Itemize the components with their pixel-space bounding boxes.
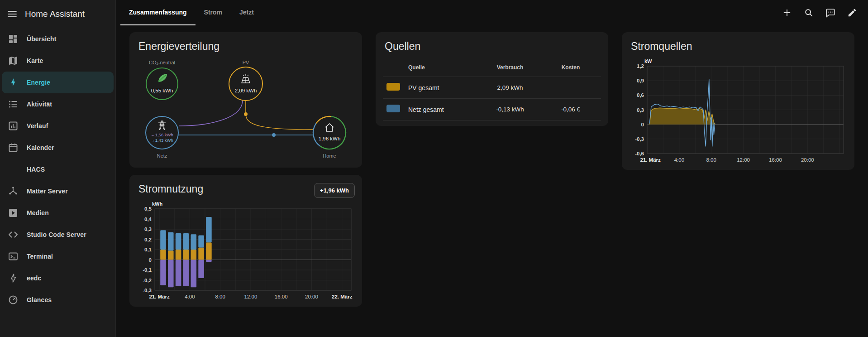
total-usage-badge[interactable]: +1,96 kWh: [314, 183, 355, 198]
column-1: Energieverteilung CO₂-neutral: [129, 32, 362, 307]
edit-dashboard-button[interactable]: [843, 3, 862, 22]
sidebar-item-kalender[interactable]: Kalender: [2, 137, 114, 159]
svg-text:16:00: 16:00: [275, 294, 288, 299]
sidebar-item-medien[interactable]: Medien: [2, 202, 114, 224]
search-button[interactable]: [799, 3, 818, 22]
svg-text:0,3: 0,3: [637, 107, 644, 113]
card-sources: Quellen Quelle Verbrauch Kosten PV gesam…: [376, 32, 608, 126]
svg-text:20:00: 20:00: [305, 294, 318, 299]
no-icon: [8, 164, 19, 175]
sidebar-item-glances[interactable]: Glances: [2, 289, 114, 311]
sidebar-item-label: eedc: [27, 274, 41, 282]
svg-text:0,4: 0,4: [144, 217, 152, 222]
svg-text:8:00: 8:00: [215, 294, 225, 299]
svg-text:0,2: 0,2: [144, 237, 152, 242]
tab-bar: ZusammenfassungStromJetzt: [120, 0, 262, 25]
tab-jetzt[interactable]: Jetzt: [231, 0, 262, 25]
svg-text:4:00: 4:00: [674, 157, 684, 163]
flash-icon: [8, 273, 19, 284]
add-button[interactable]: [777, 3, 796, 22]
header-verbrauch: Verbrauch: [476, 64, 544, 71]
sidebar-item-verlauf[interactable]: Verlauf: [2, 115, 114, 137]
chat-icon: [825, 8, 835, 18]
stromnutzung-header: Stromnutzung +1,96 kWh: [137, 183, 355, 201]
sidebar-item-label: Glances: [27, 296, 52, 303]
grid-export-value: ←1,56 kWh: [151, 132, 173, 137]
dashboard-content: Energieverteilung CO₂-neutral: [116, 25, 868, 307]
svg-text:0,9: 0,9: [637, 78, 644, 83]
sidebar-item-eedc[interactable]: eedc: [2, 267, 114, 289]
sidebar-item-label: Energie: [27, 79, 50, 86]
source-row[interactable]: PV gesamt2,09 kWh: [383, 77, 601, 99]
svg-text:0,3: 0,3: [144, 226, 152, 232]
source-color-swatch: [386, 105, 400, 112]
tab-strom[interactable]: Strom: [196, 0, 231, 25]
source-name: Netz gesamt: [408, 106, 476, 113]
co2-circle[interactable]: [146, 68, 178, 100]
card-stromnutzung: Stromnutzung +1,96 kWh 0,50,40,30,20,10-…: [129, 175, 362, 307]
svg-text:0,5: 0,5: [144, 206, 152, 212]
sidebar-item-aktivität[interactable]: Aktivität: [2, 93, 114, 115]
svg-text:-0,1: -0,1: [143, 267, 152, 273]
svg-text:0: 0: [149, 257, 152, 263]
svg-text:-0,6: -0,6: [635, 151, 644, 156]
activity-icon: [8, 99, 19, 110]
source-consumption: -0,13 kWh: [476, 106, 544, 113]
stromquellen-chart: 1,20,90,60,30-0,3-0,6kW21. März4:008:001…: [629, 58, 847, 164]
sidebar-item-label: Medien: [27, 209, 49, 217]
column-2: Quellen Quelle Verbrauch Kosten PV gesam…: [376, 32, 608, 126]
menu-icon[interactable]: [7, 9, 18, 19]
svg-text:0,6: 0,6: [637, 92, 644, 98]
app-root: Home Assistant ÜbersichtKarteEnergieAkti…: [0, 0, 868, 337]
tab-zusammenfassung[interactable]: Zusammenfassung: [120, 0, 196, 25]
sidebar-item-hacs[interactable]: HACS: [2, 159, 114, 180]
card-stromquellen: Stromquellen 1,20,90,60,30-0,3-0,6kW21. …: [622, 32, 854, 170]
co2-value: 0,55 kWh: [151, 88, 173, 93]
header-quelle: Quelle: [408, 64, 476, 71]
sidebar-item-terminal[interactable]: Terminal: [2, 246, 114, 267]
svg-text:12:00: 12:00: [737, 157, 750, 163]
sidebar-item-label: Kalender: [27, 144, 54, 151]
terminal-icon: [8, 251, 19, 262]
svg-text:16:00: 16:00: [769, 157, 782, 163]
flow-dot-grid: [272, 133, 276, 137]
card-title-energy: Energieverteilung: [137, 40, 355, 58]
sidebar: Home Assistant ÜbersichtKarteEnergieAkti…: [0, 0, 116, 337]
history-chart-icon: [8, 120, 19, 131]
svg-text:21. März: 21. März: [149, 294, 170, 299]
matter-icon: [8, 186, 19, 197]
svg-text:0,1: 0,1: [144, 247, 152, 252]
sidebar-header: Home Assistant: [0, 0, 115, 28]
media-icon: [8, 207, 19, 218]
source-row[interactable]: Netz gesamt-0,13 kWh-0,06 €: [383, 99, 601, 120]
pv-circle[interactable]: [229, 67, 262, 101]
sidebar-item-label: HACS: [27, 166, 45, 173]
co2-label: CO₂-neutral: [149, 60, 175, 65]
sources-table: Quelle Verbrauch Kosten PV gesamt2,09 kW…: [383, 58, 601, 120]
card-title-sources: Quellen: [383, 40, 601, 58]
sidebar-item-übersicht[interactable]: Übersicht: [2, 28, 114, 50]
sidebar-item-label: Aktivität: [27, 101, 52, 108]
sidebar-item-karte[interactable]: Karte: [2, 50, 114, 72]
sources-rows: PV gesamt2,09 kWhNetz gesamt-0,13 kWh-0,…: [383, 77, 601, 120]
dashboard-icon: [8, 34, 19, 44]
map-icon: [8, 55, 19, 66]
source-color-swatch: [386, 83, 400, 91]
pv-label: PV: [243, 60, 249, 65]
gauge-icon: [8, 294, 19, 305]
assist-button[interactable]: [821, 3, 840, 22]
svg-text:-0,2: -0,2: [143, 278, 152, 283]
sidebar-item-energie[interactable]: Energie: [2, 72, 114, 93]
svg-text:kW: kW: [644, 58, 652, 64]
sidebar-nav: ÜbersichtKarteEnergieAktivitätVerlaufKal…: [0, 28, 115, 311]
sidebar-item-matter-server[interactable]: Matter Server: [2, 180, 114, 202]
svg-text:kWh: kWh: [152, 201, 163, 207]
app-title: Home Assistant: [25, 9, 85, 19]
svg-text:20:00: 20:00: [801, 157, 814, 163]
column-3: Stromquellen 1,20,90,60,30-0,3-0,6kW21. …: [622, 32, 854, 170]
sidebar-item-studio-code-server[interactable]: Studio Code Server: [2, 224, 114, 246]
svg-text:4:00: 4:00: [185, 294, 195, 299]
plus-icon: [782, 8, 792, 18]
topbar: ZusammenfassungStromJetzt: [116, 0, 868, 25]
sidebar-item-label: Verlauf: [27, 122, 48, 130]
